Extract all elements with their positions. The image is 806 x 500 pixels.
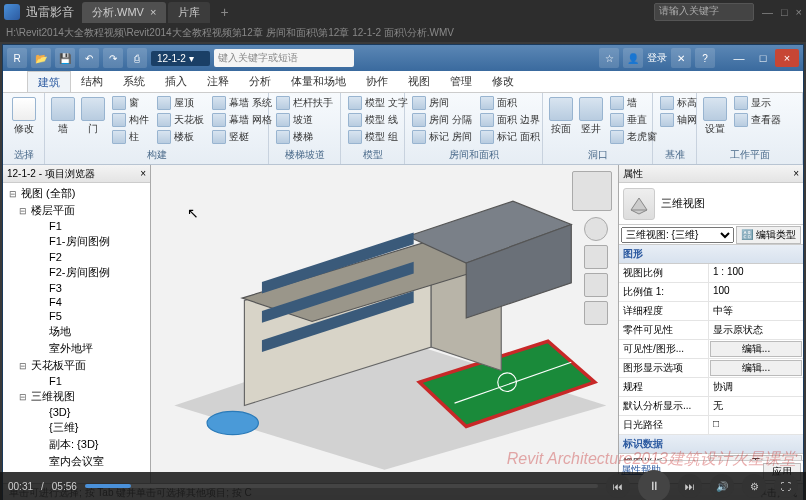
inner-close-icon[interactable]: × bbox=[775, 49, 799, 67]
prop-row[interactable]: 图形显示选项编辑... bbox=[619, 359, 803, 378]
progress-bar[interactable] bbox=[85, 484, 598, 488]
tree-item[interactable]: F2-房间图例 bbox=[33, 264, 148, 281]
mullion-button[interactable]: 竖梃 bbox=[209, 129, 275, 145]
tree-item[interactable]: F3 bbox=[33, 281, 148, 295]
app-menu-icon[interactable]: R bbox=[7, 48, 27, 68]
grid-button[interactable]: 轴网 bbox=[657, 112, 700, 128]
ribbon-tab-协作[interactable]: 协作 bbox=[356, 71, 398, 92]
properties-grid[interactable]: 图形视图比例1 : 100比例值 1:100详细程度中等零件可见性显示原状态可见… bbox=[619, 245, 803, 460]
ribbon-tab-视图[interactable]: 视图 bbox=[398, 71, 440, 92]
prop-row[interactable]: 可见性/图形...编辑... bbox=[619, 340, 803, 359]
component-button[interactable]: 构件 bbox=[109, 112, 152, 128]
tree-item[interactable]: F4 bbox=[33, 295, 148, 309]
subscription-icon[interactable]: ☆ bbox=[599, 48, 619, 68]
railing-button[interactable]: 栏杆扶手 bbox=[273, 95, 336, 111]
player-search-input[interactable]: 请输入关键字 bbox=[654, 3, 754, 21]
browser-tree[interactable]: ⊟视图 (全部)⊟楼层平面F1F1-房间图例F2F2-房间图例F3F4F5场地室… bbox=[3, 183, 150, 483]
ribbon-tab-体量和场地[interactable]: 体量和场地 bbox=[281, 71, 356, 92]
minimize-icon[interactable]: — bbox=[762, 6, 773, 18]
ramp-button[interactable]: 坡道 bbox=[273, 112, 336, 128]
prop-row[interactable]: 零件可见性显示原状态 bbox=[619, 321, 803, 340]
tag-room-button[interactable]: 标记 房间 bbox=[409, 129, 475, 145]
tree-group[interactable]: ⊟三维视图 bbox=[5, 388, 148, 405]
qat-undo-icon[interactable]: ↶ bbox=[79, 48, 99, 68]
exchange-icon[interactable]: ✕ bbox=[671, 48, 691, 68]
tab-close-icon[interactable]: × bbox=[150, 6, 156, 18]
qat-save-icon[interactable]: 💾 bbox=[55, 48, 75, 68]
prop-row[interactable]: 规程协调 bbox=[619, 378, 803, 397]
volume-icon[interactable]: 🔊 bbox=[710, 474, 734, 498]
properties-close-icon[interactable]: × bbox=[793, 168, 799, 179]
inner-maximize-icon[interactable]: □ bbox=[751, 49, 775, 67]
model-line-button[interactable]: 模型 线 bbox=[345, 112, 411, 128]
view-cube[interactable] bbox=[572, 171, 612, 211]
settings-icon[interactable]: ⚙ bbox=[742, 474, 766, 498]
tab-add-button[interactable]: + bbox=[212, 2, 236, 22]
tree-group[interactable]: ⊟天花板平面 bbox=[5, 357, 148, 374]
room-sep-button[interactable]: 房间 分隔 bbox=[409, 112, 475, 128]
prop-row[interactable]: 比例值 1:100 bbox=[619, 283, 803, 302]
prop-row[interactable]: 默认分析显示...无 bbox=[619, 397, 803, 416]
room-button[interactable]: 房间 bbox=[409, 95, 475, 111]
inner-minimize-icon[interactable]: — bbox=[727, 49, 751, 67]
tree-item[interactable]: F1-房间图例 bbox=[33, 233, 148, 250]
model-text-button[interactable]: 模型 文字 bbox=[345, 95, 411, 111]
tree-item[interactable]: 副本: {3D} bbox=[33, 436, 148, 453]
door-button[interactable]: 门 bbox=[79, 95, 107, 136]
player-tab-library[interactable]: 片库 bbox=[168, 2, 210, 23]
play-button[interactable]: ⏸ bbox=[638, 470, 670, 500]
curtain-grid-button[interactable]: 幕墙 网格 bbox=[209, 112, 275, 128]
wall-button[interactable]: 墙 bbox=[49, 95, 77, 136]
qat-open-icon[interactable]: 📂 bbox=[31, 48, 51, 68]
ribbon-tab-修改[interactable]: 修改 bbox=[482, 71, 524, 92]
prev-button[interactable]: ⏮ bbox=[606, 474, 630, 498]
login-label[interactable]: 登录 bbox=[647, 51, 667, 65]
ribbon-tab-管理[interactable]: 管理 bbox=[440, 71, 482, 92]
close-icon[interactable]: × bbox=[796, 6, 802, 18]
tree-item[interactable]: {3D} bbox=[33, 405, 148, 419]
column-button[interactable]: 柱 bbox=[109, 129, 152, 145]
qat-print-icon[interactable]: ⎙ bbox=[127, 48, 147, 68]
curtain-system-button[interactable]: 幕墙 系统 bbox=[209, 95, 275, 111]
tree-item[interactable]: F1 bbox=[33, 374, 148, 388]
ribbon-tab-结构[interactable]: 结构 bbox=[71, 71, 113, 92]
window-button[interactable]: 窗 bbox=[109, 95, 152, 111]
tag-area-button[interactable]: 标记 面积 bbox=[477, 129, 543, 145]
login-button[interactable]: 👤 bbox=[623, 48, 643, 68]
roof-button[interactable]: 屋顶 bbox=[154, 95, 207, 111]
tree-group[interactable]: ⊟楼层平面 bbox=[5, 202, 148, 219]
document-selector[interactable]: 12-1-2 ▾ bbox=[151, 51, 210, 66]
tree-item[interactable]: 室外地坪 bbox=[33, 340, 148, 357]
prop-row[interactable]: 日光路径□ bbox=[619, 416, 803, 435]
ribbon-tab-注释[interactable]: 注释 bbox=[197, 71, 239, 92]
viewer-button[interactable]: 查看器 bbox=[731, 112, 784, 128]
area-button[interactable]: 面积 bbox=[477, 95, 543, 111]
nav-orbit-icon[interactable] bbox=[584, 301, 608, 325]
prop-row[interactable]: 详细程度中等 bbox=[619, 302, 803, 321]
ribbon-tab-插入[interactable]: 插入 bbox=[155, 71, 197, 92]
tree-item[interactable]: F2 bbox=[33, 250, 148, 264]
nav-zoom-icon[interactable] bbox=[584, 273, 608, 297]
fullscreen-icon[interactable]: ⛶ bbox=[774, 474, 798, 498]
prop-row[interactable]: 视图比例1 : 100 bbox=[619, 264, 803, 283]
tree-item[interactable]: F5 bbox=[33, 309, 148, 323]
ribbon-tab-建筑[interactable]: 建筑 bbox=[27, 71, 71, 92]
set-workplane-button[interactable]: 设置 bbox=[701, 95, 729, 136]
nav-pan-icon[interactable] bbox=[584, 245, 608, 269]
stair-button[interactable]: 楼梯 bbox=[273, 129, 336, 145]
help-icon[interactable]: ? bbox=[695, 48, 715, 68]
next-button[interactable]: ⏭ bbox=[678, 474, 702, 498]
nav-wheel-icon[interactable] bbox=[584, 217, 608, 241]
model-group-button[interactable]: 模型 组 bbox=[345, 129, 411, 145]
modify-button[interactable]: 修改 bbox=[7, 95, 40, 136]
browser-close-icon[interactable]: × bbox=[140, 168, 146, 179]
show-workplane-button[interactable]: 显示 bbox=[731, 95, 784, 111]
tree-item[interactable]: 场地 bbox=[33, 323, 148, 340]
qat-redo-icon[interactable]: ↷ bbox=[103, 48, 123, 68]
tree-root[interactable]: ⊟视图 (全部) bbox=[5, 185, 148, 202]
maximize-icon[interactable]: □ bbox=[781, 6, 788, 18]
instance-selector[interactable]: 三维视图: {三维} bbox=[621, 227, 734, 243]
area-boundary-button[interactable]: 面积 边界 bbox=[477, 112, 543, 128]
player-tab-video[interactable]: 分析.WMV × bbox=[82, 2, 166, 23]
revit-search-input[interactable]: 键入关键字或短语 bbox=[214, 49, 354, 67]
